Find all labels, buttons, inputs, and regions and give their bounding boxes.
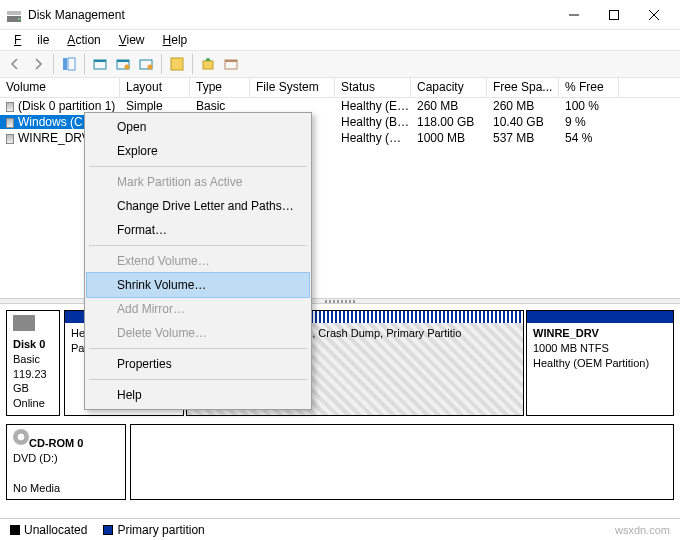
context-item-delete-volume: Delete Volume… bbox=[87, 321, 309, 345]
disk-info-box[interactable]: Disk 0Basic119.23 GBOnline bbox=[6, 310, 60, 416]
context-item-shrink-volume[interactable]: Shrink Volume… bbox=[87, 273, 309, 297]
cell: 9 % bbox=[559, 115, 619, 129]
watermark: wsxdn.com bbox=[615, 524, 670, 536]
minimize-button[interactable] bbox=[554, 0, 594, 30]
context-item-mark-partition-as-active: Mark Partition as Active bbox=[87, 170, 309, 194]
cell: 260 MB bbox=[411, 99, 487, 113]
col-freespace[interactable]: Free Spa... bbox=[487, 78, 559, 97]
cdrom-icon bbox=[13, 429, 29, 445]
menu-action[interactable]: Action bbox=[59, 31, 108, 49]
svg-rect-16 bbox=[171, 58, 183, 70]
svg-marker-18 bbox=[205, 58, 211, 61]
menubar: File Action View Help bbox=[0, 30, 680, 50]
toolbar-separator bbox=[53, 54, 54, 74]
cell: 260 MB bbox=[487, 99, 559, 113]
partitions bbox=[130, 424, 674, 500]
context-menu: OpenExploreMark Partition as ActiveChang… bbox=[84, 112, 312, 410]
legend-unallocated: Unallocated bbox=[10, 523, 87, 537]
svg-rect-8 bbox=[68, 58, 75, 70]
titlebar: Disk Management bbox=[0, 0, 680, 30]
cell: 118.00 GB bbox=[411, 115, 487, 129]
disk-row: CD-ROM 0DVD (D:)No Media bbox=[6, 424, 674, 500]
cell: Healthy (E… bbox=[335, 99, 411, 113]
drive-icon bbox=[6, 134, 14, 144]
context-item-explore[interactable]: Explore bbox=[87, 139, 309, 163]
help-button[interactable] bbox=[166, 53, 188, 75]
menu-view[interactable]: View bbox=[111, 31, 153, 49]
toolbar-separator bbox=[161, 54, 162, 74]
toolbar-separator bbox=[84, 54, 85, 74]
partition-stripe bbox=[527, 311, 673, 323]
menu-help[interactable]: Help bbox=[155, 31, 196, 49]
cell: Healthy (B… bbox=[335, 115, 411, 129]
context-separator bbox=[89, 379, 307, 380]
show-hide-button[interactable] bbox=[58, 53, 80, 75]
svg-rect-17 bbox=[203, 61, 213, 69]
col-volume[interactable]: Volume bbox=[0, 78, 120, 97]
list-header: VolumeLayoutTypeFile SystemStatusCapacit… bbox=[0, 78, 680, 98]
toolbar bbox=[0, 50, 680, 78]
svg-rect-4 bbox=[610, 10, 619, 19]
col-layout[interactable]: Layout bbox=[120, 78, 190, 97]
svg-point-2 bbox=[18, 18, 20, 20]
extra-button[interactable] bbox=[220, 53, 242, 75]
disk-info-box[interactable]: CD-ROM 0DVD (D:)No Media bbox=[6, 424, 126, 500]
cell: 1000 MB bbox=[411, 131, 487, 145]
context-item-add-mirror: Add Mirror… bbox=[87, 297, 309, 321]
cell: 10.40 GB bbox=[487, 115, 559, 129]
settings-button[interactable] bbox=[112, 53, 134, 75]
refresh-button[interactable] bbox=[89, 53, 111, 75]
app-icon bbox=[6, 7, 22, 23]
context-item-open[interactable]: Open bbox=[87, 115, 309, 139]
context-separator bbox=[89, 348, 307, 349]
context-item-help[interactable]: Help bbox=[87, 383, 309, 407]
disk-settings-button[interactable] bbox=[135, 53, 157, 75]
legend-primary: Primary partition bbox=[103, 523, 204, 537]
legend: Unallocated Primary partition bbox=[0, 518, 680, 540]
forward-button[interactable] bbox=[27, 53, 49, 75]
cell: 537 MB bbox=[487, 131, 559, 145]
context-separator bbox=[89, 166, 307, 167]
disk-icon bbox=[13, 315, 35, 331]
svg-point-15 bbox=[148, 65, 153, 70]
col-capacity[interactable]: Capacity bbox=[411, 78, 487, 97]
svg-point-13 bbox=[125, 65, 130, 70]
context-item-format[interactable]: Format… bbox=[87, 218, 309, 242]
cell: Healthy (… bbox=[335, 131, 411, 145]
svg-rect-7 bbox=[63, 58, 67, 70]
action-button[interactable] bbox=[197, 53, 219, 75]
cell: 54 % bbox=[559, 131, 619, 145]
partition[interactable]: WINRE_DRV1000 MB NTFSHealthy (OEM Partit… bbox=[526, 310, 674, 416]
context-item-properties[interactable]: Properties bbox=[87, 352, 309, 376]
window-title: Disk Management bbox=[28, 8, 554, 22]
svg-rect-10 bbox=[94, 60, 106, 62]
drive-icon bbox=[6, 102, 14, 112]
context-item-extend-volume: Extend Volume… bbox=[87, 249, 309, 273]
col-filesystem[interactable]: File System bbox=[250, 78, 335, 97]
svg-rect-12 bbox=[117, 60, 129, 62]
partition-empty bbox=[130, 424, 674, 500]
col-status[interactable]: Status bbox=[335, 78, 411, 97]
drive-icon bbox=[6, 118, 14, 128]
back-button[interactable] bbox=[4, 53, 26, 75]
cell: Basic bbox=[190, 99, 250, 113]
cell: 100 % bbox=[559, 99, 619, 113]
col-type[interactable]: Type bbox=[190, 78, 250, 97]
cell: (Disk 0 partition 1) bbox=[0, 99, 120, 113]
cell: Simple bbox=[120, 99, 190, 113]
col-pctfree[interactable]: % Free bbox=[559, 78, 619, 97]
svg-rect-20 bbox=[225, 60, 237, 62]
context-separator bbox=[89, 245, 307, 246]
menu-file[interactable]: File bbox=[6, 31, 57, 49]
maximize-button[interactable] bbox=[594, 0, 634, 30]
close-button[interactable] bbox=[634, 0, 674, 30]
svg-rect-1 bbox=[7, 11, 21, 15]
context-item-change-drive-letter-and-paths[interactable]: Change Drive Letter and Paths… bbox=[87, 194, 309, 218]
toolbar-separator bbox=[192, 54, 193, 74]
